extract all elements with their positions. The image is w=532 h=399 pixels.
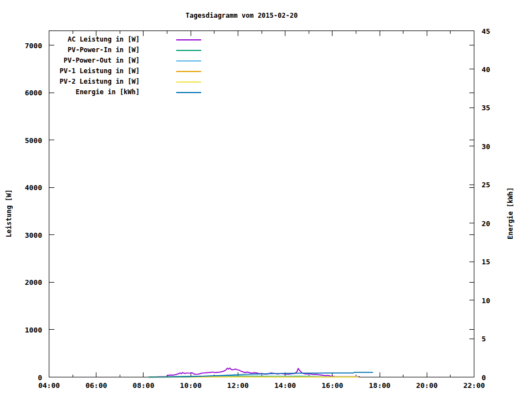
legend-row-pv2-leistung: PV-2 Leistung in [W]: [49, 76, 209, 87]
y-right-tick-label: 15: [482, 258, 490, 265]
x-tick-label: 04:00: [38, 382, 60, 389]
y-right-tick-label: 30: [482, 142, 490, 150]
y-right-tick-label: 45: [482, 27, 490, 34]
legend-row-pv-power-in: PV-Power-In in [W]: [49, 45, 209, 55]
y-left-tick-label: 4000: [25, 184, 42, 191]
x-tick-label: 16:00: [321, 382, 343, 389]
legend-row-pv-power-out: PV-Power-Out in [W]: [49, 55, 209, 66]
x-tick-label: 20:00: [416, 382, 438, 389]
y-axis-label-left: Leistung [W]: [5, 190, 13, 238]
y-right-tick-label: 10: [482, 296, 490, 304]
legend-label-pv2-leistung: PV-2 Leistung in [W]: [49, 78, 140, 86]
legend-sample-line-pv-power-in: [176, 50, 201, 51]
x-tick-label: 06:00: [85, 382, 107, 389]
legend-label-pv-power-out: PV-Power-Out in [W]: [49, 57, 140, 65]
y-left-tick-label: 3000: [25, 231, 42, 238]
y-right-tick-label: 25: [482, 181, 490, 188]
legend-row-ac-leistung: AC Leistung in [W]: [49, 34, 209, 45]
legend: AC Leistung in [W]PV-Power-In in [W]PV-P…: [49, 34, 209, 98]
y-left-tick-label: 5000: [25, 136, 42, 144]
series-line-ac-leistung: [150, 368, 360, 377]
chart-canvas: Tagesdiagramm vom 2015-02-20 Leistung [W…: [0, 0, 532, 399]
y-left-tick-label: 1000: [25, 326, 42, 333]
y-right-tick-label: 40: [482, 65, 490, 73]
legend-label-energie: Energie in [kWh]: [49, 88, 140, 96]
x-tick-label: 18:00: [369, 382, 390, 389]
legend-label-ac-leistung: AC Leistung in [W]: [49, 35, 140, 44]
x-tick-label: 14:00: [274, 382, 296, 389]
y-right-tick-label: 35: [482, 104, 490, 111]
x-tick-label: 22:00: [463, 382, 485, 389]
legend-row-energie: Energie in [kWh]: [49, 87, 209, 98]
y-axis-label-right: Energie [kWh]: [507, 187, 514, 239]
y-left-tick-label: 7000: [25, 42, 42, 49]
legend-sample-line-energie: [176, 92, 201, 93]
legend-label-pv-power-in: PV-Power-In in [W]: [49, 46, 140, 54]
legend-sample-line-pv1-leistung: [176, 71, 201, 72]
y-right-tick-label: 5: [482, 335, 486, 342]
x-tick-label: 12:00: [227, 382, 249, 389]
legend-sample-line-pv-power-out: [176, 60, 201, 62]
y-right-tick-label: 20: [482, 219, 490, 227]
legend-sample-line-ac-leistung: [176, 39, 201, 40]
legend-label-pv1-leistung: PV-1 Leistung in [W]: [49, 67, 140, 75]
y-left-tick-label: 6000: [25, 89, 42, 96]
y-right-tick-label: 0: [482, 374, 486, 381]
chart-title: Tagesdiagramm vom 2015-02-20: [9, 12, 474, 19]
y-left-tick-label: 0: [38, 374, 42, 381]
y-left-tick-label: 2000: [25, 279, 42, 286]
legend-sample-line-pv2-leistung: [176, 81, 201, 83]
x-tick-label: 10:00: [180, 382, 202, 389]
x-tick-label: 08:00: [132, 382, 154, 389]
legend-row-pv1-leistung: PV-1 Leistung in [W]: [49, 66, 209, 76]
